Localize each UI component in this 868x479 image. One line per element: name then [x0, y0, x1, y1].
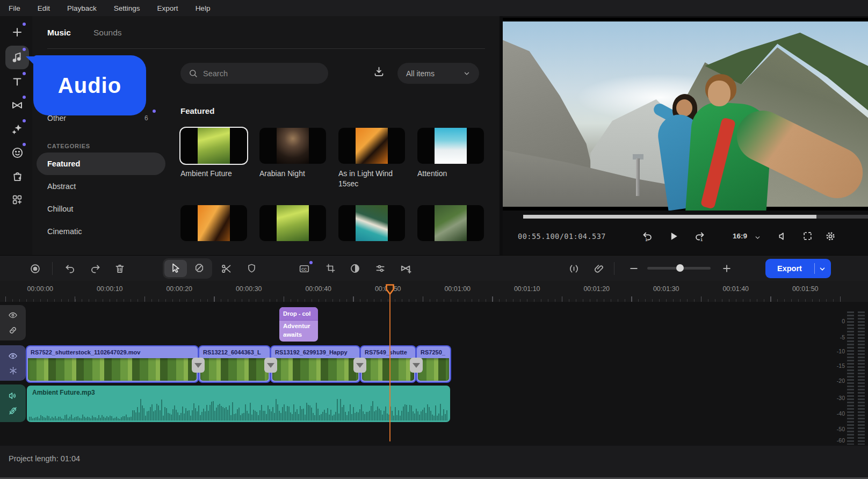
category-item[interactable]: Abstract — [37, 175, 165, 198]
zoom-in-button[interactable] — [721, 263, 732, 274]
captions-button[interactable]: CC — [299, 263, 310, 274]
menu-item[interactable]: Settings — [114, 4, 140, 12]
menu-item[interactable]: Edit — [38, 4, 50, 12]
transitions-panel-button[interactable] — [5, 93, 29, 117]
music-track-card[interactable] — [180, 205, 247, 241]
music-track-card[interactable]: Arabian Night — [259, 128, 326, 189]
stickers-panel-button[interactable] — [5, 141, 29, 164]
music-track-card[interactable] — [417, 205, 484, 241]
menu-item[interactable]: Help — [196, 4, 211, 12]
playhead-marker[interactable] — [386, 284, 394, 295]
link-icon[interactable] — [8, 325, 18, 335]
fullscreen-button[interactable] — [802, 231, 813, 241]
zoom-slider-handle[interactable] — [676, 264, 684, 272]
delete-button[interactable] — [114, 263, 125, 274]
waveform-bar — [108, 417, 109, 420]
previous-frame-button[interactable]: 1 — [641, 231, 653, 243]
transition-handle[interactable] — [353, 358, 366, 373]
split-button[interactable] — [221, 263, 232, 274]
snap-tool-button[interactable] — [194, 263, 205, 273]
contrast-icon — [350, 263, 360, 274]
menu-item[interactable]: Playback — [67, 4, 97, 12]
marker-button[interactable] — [247, 263, 257, 273]
aspect-ratio-dropdown[interactable] — [754, 234, 761, 241]
timeline-toolbar: CC Export — [0, 255, 868, 281]
music-track-card[interactable]: Ambient Future — [180, 128, 247, 189]
eye-icon[interactable] — [8, 310, 18, 320]
waveform-bar — [98, 415, 99, 420]
menu-item[interactable]: Export — [157, 4, 178, 12]
preview-settings-button[interactable] — [825, 231, 836, 242]
waveform-bar — [160, 410, 161, 420]
eye-icon[interactable] — [8, 351, 18, 361]
waveform-bar — [263, 411, 264, 420]
filter-value: All items — [406, 69, 435, 78]
video-clip[interactable]: RS13212_6044363_L — [199, 346, 270, 382]
title-clip[interactable]: Drop - col Adventur awaits — [279, 307, 318, 342]
play-button[interactable] — [668, 231, 679, 242]
speaker-icon[interactable] — [8, 391, 18, 401]
timeline-ruler[interactable]: 00:00:0000:00:1000:00:2000:00:3000:00:40… — [0, 281, 868, 302]
effects-panel-button[interactable] — [5, 117, 29, 141]
record-button[interactable] — [30, 263, 41, 274]
redo-button[interactable] — [90, 263, 101, 274]
transition-handle[interactable] — [410, 358, 423, 373]
store-panel-button[interactable] — [5, 164, 29, 188]
export-options-button[interactable] — [819, 265, 826, 273]
waveform-bar — [182, 407, 183, 420]
export-button[interactable]: Export — [765, 259, 831, 278]
more-apps-button[interactable] — [5, 188, 29, 212]
video-clip-name: RS7250_ — [417, 346, 450, 358]
waveform-bar — [45, 418, 46, 420]
waveform-bar — [66, 415, 67, 420]
titles-panel-button[interactable] — [5, 70, 29, 93]
import-media-button[interactable] — [5, 20, 29, 44]
link-clips-button[interactable] — [594, 263, 605, 274]
filter-dropdown[interactable]: All items — [397, 63, 479, 84]
aspect-ratio-value[interactable]: 16:9 — [733, 232, 747, 240]
waveform-bar — [446, 410, 447, 420]
zoom-out-button[interactable] — [628, 263, 639, 274]
add-transition-button[interactable] — [400, 263, 412, 275]
waveform-bar — [280, 413, 281, 420]
snowflake-icon[interactable] — [9, 366, 18, 375]
waveform-bar — [119, 419, 120, 420]
volume-button[interactable] — [778, 231, 789, 242]
category-item[interactable]: Cinematic — [37, 220, 165, 243]
seek-bar[interactable] — [523, 215, 868, 219]
menu-item[interactable]: File — [9, 4, 20, 12]
music-track-card[interactable] — [259, 205, 326, 241]
meter-db-label: -30 — [830, 395, 845, 401]
clip-properties-button[interactable] — [375, 263, 386, 274]
transition-handle[interactable] — [264, 358, 277, 373]
music-track-card[interactable]: As in Light Wind 15sec — [338, 128, 405, 189]
search-input[interactable] — [203, 69, 310, 78]
waveform-bar — [105, 418, 106, 420]
playhead-line[interactable] — [389, 293, 390, 441]
video-clip[interactable]: RS7549_shutte — [361, 346, 415, 382]
category-item[interactable]: Chillout — [37, 198, 165, 220]
panel-tab[interactable]: Music — [47, 28, 71, 38]
download-all-button[interactable] — [373, 66, 385, 77]
video-clip[interactable]: RS7522_shutterstock_1102647029.mov — [27, 346, 198, 382]
pointer-tool-button[interactable] — [170, 263, 181, 273]
undo-button[interactable] — [64, 263, 76, 274]
search-icon — [189, 69, 198, 78]
transition-handle[interactable] — [192, 358, 205, 373]
waveform-bar — [364, 414, 365, 420]
audio-clip[interactable]: Ambient Future.mp3 — [27, 386, 450, 422]
category-item[interactable]: Featured — [37, 153, 165, 175]
panel-tab[interactable]: Sounds — [93, 28, 122, 38]
music-track-card[interactable] — [338, 205, 405, 241]
waveform-bar — [143, 408, 144, 420]
crop-button[interactable] — [326, 263, 336, 273]
music-track-card[interactable]: Attention — [417, 128, 484, 189]
meter-db-label: -40 — [830, 410, 845, 417]
next-frame-button[interactable]: 1 — [694, 231, 706, 243]
waveform-bar — [369, 411, 370, 420]
video-clip[interactable]: RS13192_6299139_Happy — [271, 346, 359, 382]
link-off-icon[interactable] — [8, 406, 18, 416]
timeline-zoom-slider[interactable] — [647, 267, 711, 270]
color-adjust-button[interactable] — [350, 263, 360, 274]
audio-levels-button[interactable] — [568, 263, 580, 274]
